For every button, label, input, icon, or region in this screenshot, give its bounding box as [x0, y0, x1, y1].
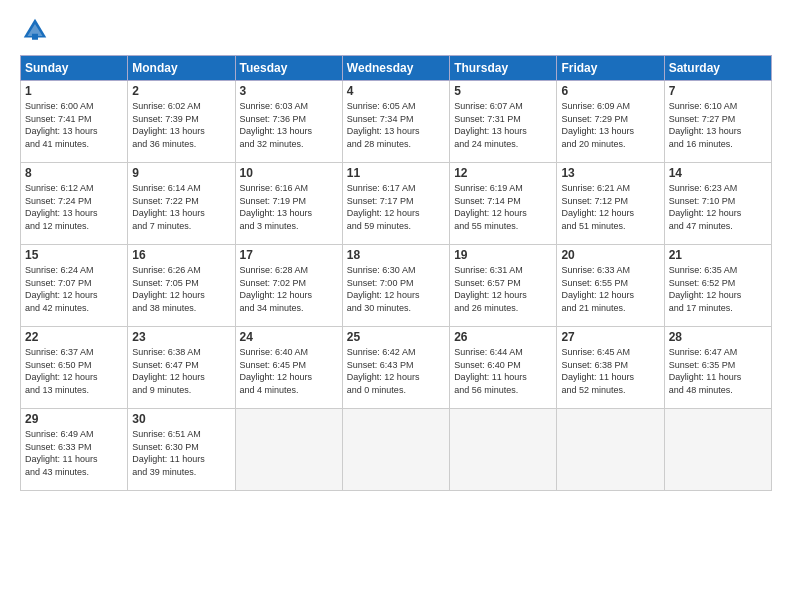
svg-rect-2 — [32, 34, 38, 40]
logo-icon — [20, 15, 50, 45]
calendar-cell — [235, 409, 342, 491]
calendar-cell — [664, 409, 771, 491]
calendar-cell: 20Sunrise: 6:33 AM Sunset: 6:55 PM Dayli… — [557, 245, 664, 327]
day-info: Sunrise: 6:05 AM Sunset: 7:34 PM Dayligh… — [347, 100, 445, 150]
day-number: 22 — [25, 330, 123, 344]
calendar-week-row: 22Sunrise: 6:37 AM Sunset: 6:50 PM Dayli… — [21, 327, 772, 409]
day-info: Sunrise: 6:47 AM Sunset: 6:35 PM Dayligh… — [669, 346, 767, 396]
calendar-week-row: 29Sunrise: 6:49 AM Sunset: 6:33 PM Dayli… — [21, 409, 772, 491]
calendar: SundayMondayTuesdayWednesdayThursdayFrid… — [20, 55, 772, 491]
day-number: 24 — [240, 330, 338, 344]
day-number: 2 — [132, 84, 230, 98]
calendar-cell: 13Sunrise: 6:21 AM Sunset: 7:12 PM Dayli… — [557, 163, 664, 245]
day-info: Sunrise: 6:40 AM Sunset: 6:45 PM Dayligh… — [240, 346, 338, 396]
day-number: 20 — [561, 248, 659, 262]
calendar-cell: 10Sunrise: 6:16 AM Sunset: 7:19 PM Dayli… — [235, 163, 342, 245]
calendar-cell: 14Sunrise: 6:23 AM Sunset: 7:10 PM Dayli… — [664, 163, 771, 245]
calendar-cell: 19Sunrise: 6:31 AM Sunset: 6:57 PM Dayli… — [450, 245, 557, 327]
weekday-header-monday: Monday — [128, 56, 235, 81]
day-number: 27 — [561, 330, 659, 344]
calendar-cell: 3Sunrise: 6:03 AM Sunset: 7:36 PM Daylig… — [235, 81, 342, 163]
day-info: Sunrise: 6:16 AM Sunset: 7:19 PM Dayligh… — [240, 182, 338, 232]
calendar-cell: 1Sunrise: 6:00 AM Sunset: 7:41 PM Daylig… — [21, 81, 128, 163]
calendar-week-row: 1Sunrise: 6:00 AM Sunset: 7:41 PM Daylig… — [21, 81, 772, 163]
calendar-week-row: 8Sunrise: 6:12 AM Sunset: 7:24 PM Daylig… — [21, 163, 772, 245]
day-number: 4 — [347, 84, 445, 98]
calendar-cell: 6Sunrise: 6:09 AM Sunset: 7:29 PM Daylig… — [557, 81, 664, 163]
calendar-cell: 28Sunrise: 6:47 AM Sunset: 6:35 PM Dayli… — [664, 327, 771, 409]
day-info: Sunrise: 6:44 AM Sunset: 6:40 PM Dayligh… — [454, 346, 552, 396]
weekday-header-sunday: Sunday — [21, 56, 128, 81]
weekday-header-friday: Friday — [557, 56, 664, 81]
weekday-header-thursday: Thursday — [450, 56, 557, 81]
calendar-cell: 30Sunrise: 6:51 AM Sunset: 6:30 PM Dayli… — [128, 409, 235, 491]
weekday-header-row: SundayMondayTuesdayWednesdayThursdayFrid… — [21, 56, 772, 81]
day-number: 9 — [132, 166, 230, 180]
calendar-cell — [450, 409, 557, 491]
day-info: Sunrise: 6:12 AM Sunset: 7:24 PM Dayligh… — [25, 182, 123, 232]
day-number: 16 — [132, 248, 230, 262]
day-info: Sunrise: 6:14 AM Sunset: 7:22 PM Dayligh… — [132, 182, 230, 232]
day-number: 6 — [561, 84, 659, 98]
day-info: Sunrise: 6:21 AM Sunset: 7:12 PM Dayligh… — [561, 182, 659, 232]
day-number: 10 — [240, 166, 338, 180]
day-info: Sunrise: 6:45 AM Sunset: 6:38 PM Dayligh… — [561, 346, 659, 396]
calendar-cell: 2Sunrise: 6:02 AM Sunset: 7:39 PM Daylig… — [128, 81, 235, 163]
day-number: 13 — [561, 166, 659, 180]
day-number: 28 — [669, 330, 767, 344]
day-number: 23 — [132, 330, 230, 344]
calendar-cell: 27Sunrise: 6:45 AM Sunset: 6:38 PM Dayli… — [557, 327, 664, 409]
day-info: Sunrise: 6:30 AM Sunset: 7:00 PM Dayligh… — [347, 264, 445, 314]
day-number: 19 — [454, 248, 552, 262]
day-info: Sunrise: 6:03 AM Sunset: 7:36 PM Dayligh… — [240, 100, 338, 150]
calendar-week-row: 15Sunrise: 6:24 AM Sunset: 7:07 PM Dayli… — [21, 245, 772, 327]
day-info: Sunrise: 6:35 AM Sunset: 6:52 PM Dayligh… — [669, 264, 767, 314]
page: SundayMondayTuesdayWednesdayThursdayFrid… — [0, 0, 792, 612]
day-number: 17 — [240, 248, 338, 262]
calendar-cell: 9Sunrise: 6:14 AM Sunset: 7:22 PM Daylig… — [128, 163, 235, 245]
day-info: Sunrise: 6:07 AM Sunset: 7:31 PM Dayligh… — [454, 100, 552, 150]
weekday-header-tuesday: Tuesday — [235, 56, 342, 81]
day-info: Sunrise: 6:49 AM Sunset: 6:33 PM Dayligh… — [25, 428, 123, 478]
day-info: Sunrise: 6:19 AM Sunset: 7:14 PM Dayligh… — [454, 182, 552, 232]
calendar-cell: 26Sunrise: 6:44 AM Sunset: 6:40 PM Dayli… — [450, 327, 557, 409]
day-info: Sunrise: 6:17 AM Sunset: 7:17 PM Dayligh… — [347, 182, 445, 232]
day-info: Sunrise: 6:42 AM Sunset: 6:43 PM Dayligh… — [347, 346, 445, 396]
day-info: Sunrise: 6:28 AM Sunset: 7:02 PM Dayligh… — [240, 264, 338, 314]
calendar-cell: 15Sunrise: 6:24 AM Sunset: 7:07 PM Dayli… — [21, 245, 128, 327]
day-info: Sunrise: 6:31 AM Sunset: 6:57 PM Dayligh… — [454, 264, 552, 314]
calendar-cell: 25Sunrise: 6:42 AM Sunset: 6:43 PM Dayli… — [342, 327, 449, 409]
day-number: 8 — [25, 166, 123, 180]
day-info: Sunrise: 6:37 AM Sunset: 6:50 PM Dayligh… — [25, 346, 123, 396]
day-number: 18 — [347, 248, 445, 262]
calendar-cell: 16Sunrise: 6:26 AM Sunset: 7:05 PM Dayli… — [128, 245, 235, 327]
calendar-cell — [342, 409, 449, 491]
calendar-cell: 23Sunrise: 6:38 AM Sunset: 6:47 PM Dayli… — [128, 327, 235, 409]
calendar-cell: 11Sunrise: 6:17 AM Sunset: 7:17 PM Dayli… — [342, 163, 449, 245]
day-number: 30 — [132, 412, 230, 426]
calendar-cell: 24Sunrise: 6:40 AM Sunset: 6:45 PM Dayli… — [235, 327, 342, 409]
header — [20, 15, 772, 45]
calendar-cell: 12Sunrise: 6:19 AM Sunset: 7:14 PM Dayli… — [450, 163, 557, 245]
day-info: Sunrise: 6:38 AM Sunset: 6:47 PM Dayligh… — [132, 346, 230, 396]
calendar-cell: 7Sunrise: 6:10 AM Sunset: 7:27 PM Daylig… — [664, 81, 771, 163]
weekday-header-wednesday: Wednesday — [342, 56, 449, 81]
day-info: Sunrise: 6:10 AM Sunset: 7:27 PM Dayligh… — [669, 100, 767, 150]
calendar-cell: 17Sunrise: 6:28 AM Sunset: 7:02 PM Dayli… — [235, 245, 342, 327]
day-number: 25 — [347, 330, 445, 344]
day-number: 12 — [454, 166, 552, 180]
calendar-cell — [557, 409, 664, 491]
day-number: 15 — [25, 248, 123, 262]
logo — [20, 15, 54, 45]
calendar-cell: 21Sunrise: 6:35 AM Sunset: 6:52 PM Dayli… — [664, 245, 771, 327]
day-number: 11 — [347, 166, 445, 180]
day-number: 3 — [240, 84, 338, 98]
day-info: Sunrise: 6:24 AM Sunset: 7:07 PM Dayligh… — [25, 264, 123, 314]
calendar-cell: 5Sunrise: 6:07 AM Sunset: 7:31 PM Daylig… — [450, 81, 557, 163]
calendar-cell: 18Sunrise: 6:30 AM Sunset: 7:00 PM Dayli… — [342, 245, 449, 327]
day-info: Sunrise: 6:33 AM Sunset: 6:55 PM Dayligh… — [561, 264, 659, 314]
day-number: 5 — [454, 84, 552, 98]
day-info: Sunrise: 6:23 AM Sunset: 7:10 PM Dayligh… — [669, 182, 767, 232]
day-info: Sunrise: 6:02 AM Sunset: 7:39 PM Dayligh… — [132, 100, 230, 150]
day-number: 29 — [25, 412, 123, 426]
